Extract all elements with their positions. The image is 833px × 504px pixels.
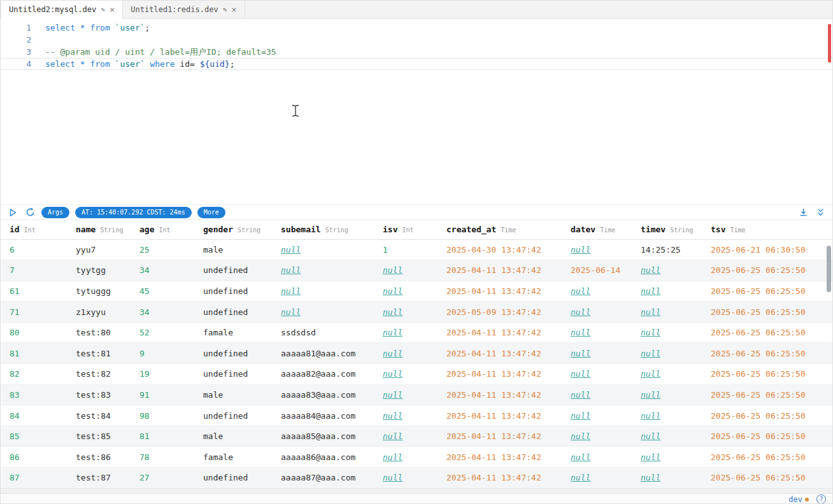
cell-created_at[interactable]: 2025-05-09 13:47:42 (438, 302, 562, 323)
cell-isv[interactable]: null (374, 426, 438, 447)
cell-tsv[interactable]: 2025-06-25 06:25:50 (702, 447, 832, 468)
cell-name[interactable]: test:85 (67, 426, 131, 447)
column-header-timev[interactable]: timevString (632, 220, 702, 239)
cell-name[interactable]: test:87 (67, 468, 131, 488)
cell-tsv[interactable]: 2025-06-25 06:25:50 (702, 302, 832, 323)
cell-created_at[interactable]: 2025-04-11 13:47:42 (438, 322, 562, 343)
cell-isv[interactable]: null (374, 281, 438, 302)
cell-gender[interactable]: male (194, 384, 272, 405)
cell-gender[interactable]: undefined (194, 405, 272, 426)
cell-datev[interactable]: null (562, 405, 632, 426)
cell-datev[interactable]: null (562, 239, 632, 260)
code-line[interactable]: 2 (1, 34, 832, 46)
cell-subemail[interactable]: aaaaa86@aaa.com (272, 447, 374, 468)
refresh-button[interactable] (24, 207, 36, 218)
cell-gender[interactable]: undefined (194, 302, 272, 323)
cell-subemail[interactable]: aaaaa83@aaa.com (272, 384, 374, 405)
cell-id[interactable]: 84 (1, 405, 67, 426)
cell-id[interactable]: 83 (1, 384, 67, 405)
cell-name[interactable]: yyu7 (67, 239, 131, 260)
cell-created_at[interactable]: 2025-04-11 13:47:42 (438, 364, 562, 385)
column-header-datev[interactable]: datevTime (562, 220, 632, 239)
cell-created_at[interactable]: 2025-04-11 13:47:42 (438, 447, 562, 468)
cell-name[interactable]: test:81 (67, 343, 131, 364)
code-line[interactable]: 1select * from `user`; (1, 22, 832, 34)
cell-subemail[interactable]: aaaaa82@aaa.com (272, 364, 374, 385)
cell-gender[interactable]: undefined (194, 281, 272, 302)
cell-created_at[interactable]: 2025-04-30 13:47:42 (438, 239, 562, 260)
cell-timev[interactable]: null (632, 302, 702, 323)
cell-datev[interactable]: 2025-06-14 (562, 260, 632, 281)
column-header-tsv[interactable]: tsvTime (702, 220, 832, 239)
cell-datev[interactable]: null (562, 302, 632, 323)
cell-name[interactable]: test:86 (67, 447, 131, 468)
horizontal-scrollbar-track[interactable] (1, 488, 832, 493)
cell-tsv[interactable]: 2025-06-25 06:25:50 (702, 343, 832, 364)
cell-datev[interactable]: null (562, 364, 632, 385)
cell-tsv[interactable]: 2025-06-25 06:25:50 (702, 364, 832, 385)
close-tab-icon[interactable]: × (231, 5, 236, 14)
cell-name[interactable]: test:84 (67, 405, 131, 426)
cell-age[interactable]: 81 (131, 426, 194, 447)
cell-created_at[interactable]: 2025-04-11 13:47:42 (438, 281, 562, 302)
cell-created_at[interactable]: 2025-04-11 13:47:42 (438, 405, 562, 426)
cell-age[interactable]: 45 (131, 281, 194, 302)
collapse-panel-button[interactable] (815, 207, 826, 218)
cell-name[interactable]: z1xyyu (67, 302, 131, 323)
cell-timev[interactable]: null (632, 364, 702, 385)
cell-timev[interactable]: null (632, 447, 702, 468)
cell-name[interactable]: test:80 (67, 322, 131, 343)
cell-timev[interactable]: null (632, 322, 702, 343)
cell-name[interactable]: tyytgg (67, 260, 131, 281)
cell-isv[interactable]: null (374, 405, 438, 426)
environment-label[interactable]: dev (788, 495, 802, 504)
cell-isv[interactable]: null (374, 468, 438, 488)
cell-tsv[interactable]: 2025-06-21 06:30:50 (702, 239, 832, 260)
export-button[interactable] (797, 207, 809, 218)
column-header-created_at[interactable]: created_atTime (438, 220, 562, 239)
cell-isv[interactable]: null (374, 343, 438, 364)
cell-created_at[interactable]: 2025-04-11 13:47:42 (438, 384, 562, 405)
tab-untitled2-mysql[interactable]: Untitled2:mysql.dev ✎ × (1, 1, 123, 19)
cell-age[interactable]: 27 (131, 468, 194, 488)
cell-subemail[interactable]: null (272, 260, 374, 281)
cell-id[interactable]: 71 (1, 302, 67, 323)
more-button[interactable]: More (197, 207, 225, 218)
cell-subemail[interactable]: aaaaa87@aaa.com (272, 468, 374, 488)
cell-timev[interactable]: null (632, 468, 702, 488)
cell-datev[interactable]: null (562, 447, 632, 468)
cell-name[interactable]: test:83 (67, 384, 131, 405)
cell-age[interactable]: 25 (131, 239, 194, 260)
cell-subemail[interactable]: null (272, 302, 374, 323)
cell-tsv[interactable]: 2025-06-25 06:25:50 (702, 322, 832, 343)
cell-subemail[interactable]: aaaaa84@aaa.com (272, 405, 374, 426)
cell-timev[interactable]: null (632, 260, 702, 281)
cell-timev[interactable]: 14:25:25 (632, 239, 702, 260)
cell-age[interactable]: 98 (131, 405, 194, 426)
cell-datev[interactable]: null (562, 426, 632, 447)
column-header-age[interactable]: ageInt (131, 220, 194, 239)
close-tab-icon[interactable]: × (110, 5, 115, 14)
cell-id[interactable]: 82 (1, 364, 67, 385)
edit-pencil-icon[interactable]: ✎ (223, 6, 227, 14)
cell-subemail[interactable]: ssdsdsd (272, 322, 374, 343)
cell-timev[interactable]: null (632, 343, 702, 364)
cell-timev[interactable]: null (632, 281, 702, 302)
cell-age[interactable]: 91 (131, 384, 194, 405)
cell-gender[interactable]: famale (194, 322, 272, 343)
cell-subemail[interactable]: aaaaa81@aaa.com (272, 343, 374, 364)
column-header-name[interactable]: nameString (67, 220, 131, 239)
cell-id[interactable]: 81 (1, 343, 67, 364)
cell-isv[interactable]: null (374, 364, 438, 385)
cell-age[interactable]: 9 (131, 343, 194, 364)
cell-tsv[interactable]: 2025-06-25 06:25:50 (702, 468, 832, 488)
code-line[interactable]: 3-- @param uid / uint / label=用户ID; defa… (1, 46, 832, 58)
cell-age[interactable]: 34 (131, 302, 194, 323)
cell-tsv[interactable]: 2025-06-25 06:25:50 (702, 260, 832, 281)
cell-id[interactable]: 87 (1, 468, 67, 488)
cell-isv[interactable]: null (374, 447, 438, 468)
tab-untitled1-redis[interactable]: Untitled1:redis.dev ✎ × (123, 1, 245, 18)
cell-id[interactable]: 6 (1, 239, 67, 260)
cell-id[interactable]: 86 (1, 447, 67, 468)
cell-isv[interactable]: null (374, 260, 438, 281)
